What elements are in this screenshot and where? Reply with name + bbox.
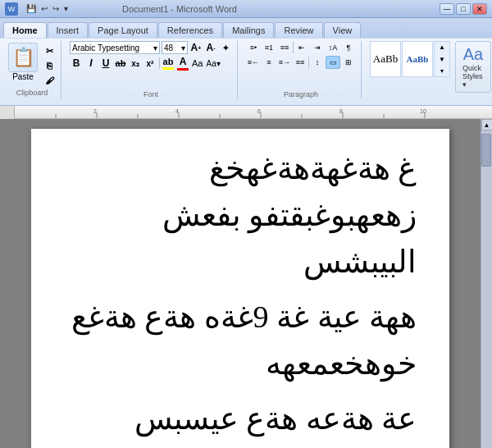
justify-button[interactable]: ≡≡ [293, 56, 308, 69]
tab-mailings[interactable]: Mailings [223, 22, 274, 38]
align-left-button[interactable]: ≡← [246, 56, 261, 69]
title-text: Document1 - Microsoft Word [122, 4, 237, 14]
vertical-scrollbar[interactable]: ▲ ▼ [481, 119, 492, 448]
arabic-line-3: عة هةعه هةع عيسبس عشيشسيشيسيشيشسيسيلسع [64, 395, 417, 448]
window-controls: — □ ✕ [440, 3, 487, 15]
font-size-arrow: ▾ [181, 43, 185, 53]
quick-access-toolbar: 💾 ↩ ↪ ▾ [25, 4, 70, 13]
border-button[interactable]: ⊞ [341, 56, 356, 69]
change-case-button[interactable]: Aa▾ [206, 59, 220, 68]
underline-button[interactable]: U [99, 57, 112, 70]
arabic-line-2: ههة عية غة 9غةه هةع هةغع خوهخعمعهه [64, 294, 417, 387]
font-name-arrow: ▾ [153, 43, 157, 53]
cut-button[interactable]: ✂ [43, 44, 56, 57]
save-quick-btn[interactable]: 💾 [25, 4, 38, 13]
clear-format-button[interactable]: ✦ [219, 41, 232, 54]
scroll-thumb[interactable] [481, 134, 491, 167]
align-center-button[interactable]: ≡ [262, 56, 276, 69]
tab-view[interactable]: View [324, 22, 362, 38]
maximize-button[interactable]: □ [456, 3, 471, 15]
customize-quick-btn[interactable]: ▾ [62, 4, 70, 13]
paste-icon: 📋 [8, 43, 38, 72]
show-formatting-button[interactable]: ¶ [341, 41, 356, 54]
ruler-area: 2 4 6 8 10 [0, 106, 492, 119]
subscript-button[interactable]: x₂ [129, 57, 142, 70]
svg-text:6: 6 [257, 108, 261, 114]
superscript-button[interactable]: x² [144, 57, 157, 70]
font-name-row: Arabic Typesetting ▾ 48 ▾ A+ A- ✦ [70, 41, 232, 54]
document-scroll[interactable]: غ هةغهةهةغهخغ زهعهبوغبقتفو بفعش البيبشس … [0, 119, 481, 448]
align-right-button[interactable]: ≡→ [277, 56, 292, 69]
sort-button[interactable]: ↕A [326, 41, 340, 54]
font-size-value: 48 [164, 43, 173, 53]
minimize-button[interactable]: — [440, 3, 454, 15]
numbering-button[interactable]: ≡1 [262, 41, 276, 54]
font-color-button[interactable]: A [177, 56, 189, 71]
paste-button[interactable]: 📋 Paste [8, 43, 38, 81]
font-name-dropdown[interactable]: Arabic Typesetting ▾ [70, 41, 160, 54]
shrink-font-button[interactable]: A- [204, 41, 217, 54]
close-button[interactable]: ✕ [472, 3, 487, 15]
font-controls: Arabic Typesetting ▾ 48 ▾ A+ A- ✦ B I U … [70, 41, 232, 71]
increase-indent-button[interactable]: ⇥ [310, 41, 325, 54]
para-controls: ≡• ≡1 ≡≡ ⇤ ⇥ ↕A ¶ ≡← ≡ ≡→ ≡≡ ↕ ▭ [246, 41, 356, 69]
font-format-row: B I U ab x₂ x² ab A Aa [70, 56, 232, 71]
arabic-line-1: غ هةغهةهةغهخغ زهعهبوغبقتفو بفعش البيبشس [64, 145, 417, 286]
redo-quick-btn[interactable]: ↪ [51, 4, 61, 13]
styles-content: AaBb AaBb ▲ ▼ ▾ Aa QuickStyles ▾ [370, 41, 492, 93]
bullets-button[interactable]: ≡• [246, 41, 261, 54]
styles-gallery: AaBb AaBb ▲ ▼ ▾ [370, 41, 450, 77]
font-aa-button[interactable]: Aa [192, 58, 203, 68]
font-name-value: Arabic Typesetting [72, 43, 139, 53]
tab-home[interactable]: Home [3, 22, 47, 38]
ruler-corner [0, 106, 15, 119]
line-spacing-button[interactable]: ↕ [310, 56, 325, 69]
tab-review[interactable]: Review [275, 22, 322, 38]
para-row2: ≡← ≡ ≡→ ≡≡ ↕ ▭ ⊞ [246, 56, 356, 69]
quick-styles-label: QuickStyles ▾ [462, 64, 484, 89]
format-painter-button[interactable]: 🖌 [43, 74, 56, 87]
strikethrough-button[interactable]: ab [114, 57, 127, 70]
ribbon: Home Insert Page Layout References Maili… [0, 18, 492, 106]
paste-label: Paste [12, 72, 34, 81]
decrease-indent-button[interactable]: ⇤ [294, 41, 309, 54]
paragraph-group: ≡• ≡1 ≡≡ ⇤ ⇥ ↕A ¶ ≡← ≡ ≡→ ≡≡ ↕ ▭ [241, 41, 362, 98]
tab-bar: Home Insert Page Layout References Maili… [0, 18, 492, 38]
document-page: غ هةغهةهةغهخغ زهعهبوغبقتفو بفعش البيبشس … [31, 129, 449, 448]
quick-styles-button[interactable]: Aa QuickStyles ▾ [455, 41, 491, 93]
svg-text:8: 8 [339, 108, 343, 114]
styles-group: AaBb AaBb ▲ ▼ ▾ Aa QuickStyles ▾ [365, 41, 492, 103]
svg-text:10: 10 [420, 108, 426, 114]
ribbon-content: 📋 Paste ✂ ⎘ 🖌 Clipboard Arabic Typesetti… [0, 38, 492, 105]
font-group: Arabic Typesetting ▾ 48 ▾ A+ A- ✦ B I U … [65, 41, 238, 98]
document-area: غ هةغهةهةغهخغ زهعهبوغبقتفو بفعش البيبشس … [0, 119, 492, 448]
horizontal-ruler: 2 4 6 8 10 [15, 106, 492, 118]
paragraph-label: Paragraph [246, 89, 356, 98]
styles-scroll[interactable]: ▲ ▼ ▾ [434, 41, 450, 77]
svg-text:4: 4 [175, 108, 179, 114]
highlight-color-bar [162, 67, 174, 70]
normal-style[interactable]: AaBb [370, 41, 401, 77]
text-highlight-button[interactable]: ab [162, 57, 174, 70]
clipboard-label: Clipboard [8, 87, 56, 97]
italic-button[interactable]: I [84, 57, 98, 70]
quick-styles-icon: Aa [463, 45, 483, 64]
heading1-style[interactable]: AaBb [402, 41, 433, 77]
copy-button[interactable]: ⎘ [43, 59, 56, 72]
tab-insert[interactable]: Insert [48, 22, 89, 38]
font-size-dropdown[interactable]: 48 ▾ [162, 41, 188, 54]
word-icon: W [5, 2, 18, 16]
multilevel-button[interactable]: ≡≡ [277, 41, 292, 54]
scroll-up-button[interactable]: ▲ [481, 119, 493, 130]
grow-font-button[interactable]: A+ [189, 41, 203, 54]
para-row1: ≡• ≡1 ≡≡ ⇤ ⇥ ↕A ¶ [246, 41, 356, 54]
tab-page-layout[interactable]: Page Layout [89, 22, 157, 38]
shading-button[interactable]: ▭ [326, 56, 340, 69]
undo-quick-btn[interactable]: ↩ [39, 4, 49, 13]
svg-text:2: 2 [93, 108, 97, 114]
title-bar-left: W 💾 ↩ ↪ ▾ Document1 - Microsoft Word [5, 2, 237, 16]
title-bar: W 💾 ↩ ↪ ▾ Document1 - Microsoft Word — □… [0, 0, 492, 18]
bold-button[interactable]: B [70, 57, 83, 70]
font-label: Font [70, 89, 232, 98]
tab-references[interactable]: References [158, 22, 222, 38]
